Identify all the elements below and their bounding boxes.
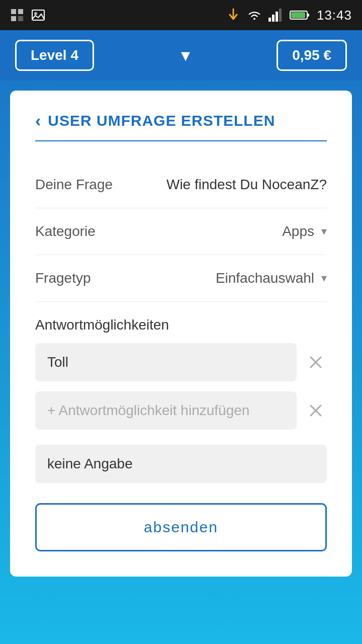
remove-answer-2-button[interactable] [305, 399, 327, 422]
svg-rect-0 [11, 9, 16, 14]
fragetyp-select[interactable]: Einfachauswahl ▾ [216, 270, 327, 286]
header-bar: Level 4 ▾ 0,95 € [0, 30, 362, 80]
deine-frage-label: Deine Frage [35, 177, 113, 193]
fragetyp-value: Einfachauswahl [216, 270, 314, 286]
download-icon [226, 8, 240, 22]
answer-row-1 [35, 343, 327, 381]
signal-icon [268, 8, 283, 22]
svg-rect-9 [279, 9, 282, 22]
kategorie-chevron-icon: ▾ [321, 225, 327, 238]
svg-rect-1 [18, 9, 23, 14]
svg-rect-2 [11, 16, 16, 21]
svg-rect-6 [268, 18, 271, 22]
answer-input-1[interactable] [35, 343, 297, 381]
status-bar: 13:43 [0, 0, 362, 30]
back-button[interactable]: ‹ [35, 111, 41, 130]
answer-input-2[interactable] [35, 391, 297, 430]
sim-icon [10, 8, 24, 22]
svg-rect-7 [272, 15, 275, 22]
svg-rect-11 [291, 12, 305, 18]
kategorie-row: Kategorie Apps ▾ [35, 208, 327, 255]
level-button[interactable]: Level 4 [15, 40, 94, 71]
battery-icon [290, 8, 310, 22]
fragetyp-label: Fragetyp [35, 270, 91, 286]
svg-point-5 [34, 12, 37, 15]
price-button[interactable]: 0,95 € [277, 40, 347, 71]
submit-button[interactable]: absenden [35, 503, 327, 551]
kategorie-value: Apps [282, 223, 314, 239]
deine-frage-row: Deine Frage Wie findest Du NoceanZ? [35, 162, 327, 208]
main-card: ‹ USER UMFRAGE ERSTELLEN Deine Frage Wie… [10, 91, 352, 577]
keine-angabe-input[interactable] [35, 445, 327, 483]
kategorie-select[interactable]: Apps ▾ [282, 223, 327, 239]
image-icon [31, 8, 45, 22]
status-icons-left [10, 8, 45, 22]
page-title: USER UMFRAGE ERSTELLEN [48, 112, 275, 129]
antwort-section-title: Antwortmöglichkeiten [35, 302, 327, 343]
fragetyp-row: Fragetyp Einfachauswahl ▾ [35, 255, 327, 302]
fragetyp-chevron-icon: ▾ [321, 272, 327, 285]
remove-answer-1-button[interactable] [305, 351, 327, 373]
wifi-icon [247, 8, 261, 22]
answer-row-2 [35, 391, 327, 430]
svg-rect-3 [18, 16, 23, 21]
svg-rect-12 [307, 14, 309, 17]
deine-frage-value: Wie findest Du NoceanZ? [166, 177, 327, 193]
card-header: ‹ USER UMFRAGE ERSTELLEN [35, 111, 327, 141]
kategorie-label: Kategorie [35, 223, 96, 239]
status-time: 13:43 [317, 8, 352, 23]
svg-rect-4 [32, 10, 44, 20]
dropdown-arrow-icon[interactable]: ▾ [181, 45, 190, 66]
svg-rect-8 [276, 12, 278, 22]
